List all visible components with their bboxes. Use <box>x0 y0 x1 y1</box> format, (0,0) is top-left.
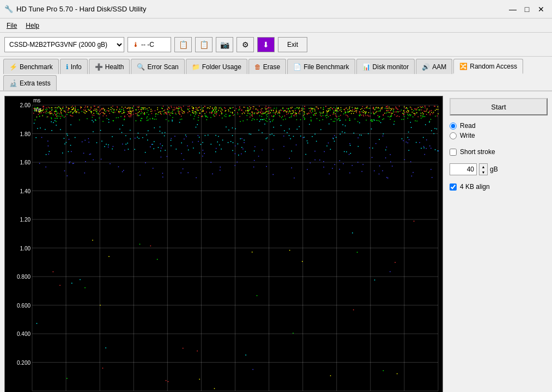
mode-radio-group: Read Write <box>450 120 548 142</box>
tabs-row-1: ⚡ Benchmark ℹ Info ➕ Health 🔍 Error Scan… <box>0 57 552 91</box>
tab-error-scan-label: Error Scan <box>147 63 178 71</box>
download-btn[interactable]: ⬇ <box>257 37 275 52</box>
tab-benchmark-label: Benchmark <box>20 63 53 71</box>
write-label: Write <box>460 132 475 139</box>
tab-info-label: Info <box>71 63 82 71</box>
tab-folder-usage-label: Folder Usage <box>202 63 241 71</box>
read-radio[interactable] <box>450 122 457 130</box>
tab-random-access[interactable]: 🔀 Random Access <box>453 59 523 74</box>
right-panel: Start Read Write Short stroke ▲ ▼ gB <box>450 96 548 392</box>
extra-tests-icon: 🔬 <box>9 79 17 87</box>
read-label: Read <box>460 122 476 130</box>
stroke-value-row: ▲ ▼ gB <box>450 162 548 176</box>
short-stroke-row: Short stroke <box>450 146 548 158</box>
title-bar-left: 🔧 HD Tune Pro 5.70 - Hard Disk/SSD Utili… <box>4 5 146 13</box>
short-stroke-label: Short stroke <box>460 148 495 156</box>
close-button[interactable]: ✕ <box>535 3 548 16</box>
app-icon: 🔧 <box>4 5 13 13</box>
tab-info[interactable]: ℹ Info <box>60 59 88 74</box>
tab-health-label: Health <box>105 63 124 71</box>
stroke-value-input[interactable] <box>450 163 477 175</box>
chart-container: ms <box>4 96 443 392</box>
thermometer-icon: 🌡 <box>132 41 139 48</box>
tab-error-scan[interactable]: 🔍 Error Scan <box>131 59 184 74</box>
screenshot-btn[interactable]: 📷 <box>216 37 233 52</box>
kb-align-checkbox[interactable] <box>450 183 457 191</box>
kb-align-row: 4 KB align <box>450 181 548 193</box>
tab-health[interactable]: ➕ Health <box>89 59 130 74</box>
random-access-icon: 🔀 <box>459 63 468 70</box>
main-content: ms 0 100 200 400 600 800 1000 1200 1400 … <box>0 91 552 392</box>
tab-erase-label: Erase <box>263 63 280 71</box>
tab-extra-tests-label: Extra tests <box>20 79 51 87</box>
copy-benchmark-btn[interactable]: 📋 <box>174 37 192 52</box>
tab-aam[interactable]: 🔊 AAM <box>416 59 452 74</box>
error-scan-icon: 🔍 <box>137 63 145 71</box>
stroke-up-btn[interactable]: ▲ <box>480 164 487 169</box>
tab-file-benchmark[interactable]: 📄 File Benchmark <box>287 59 355 74</box>
benchmark-icon: ⚡ <box>9 63 17 71</box>
tab-folder-usage[interactable]: 📁 Folder Usage <box>186 59 247 74</box>
chart-area: ms 0 100 200 400 600 800 1000 1200 1400 … <box>4 96 443 392</box>
menu-file[interactable]: File <box>2 21 21 30</box>
aam-icon: 🔊 <box>422 63 430 71</box>
app-title: HD Tune Pro 5.70 - Hard Disk/SSD Utility <box>16 5 146 13</box>
copy-info-btn[interactable]: 📋 <box>195 37 213 52</box>
temperature-display: 🌡 -- -C <box>128 37 171 52</box>
drive-select[interactable]: CSSD-M2B2TPG3VNF (2000 gB) <box>4 37 124 52</box>
kb-align-label: 4 KB align <box>460 183 490 191</box>
maximize-button[interactable]: □ <box>520 3 533 16</box>
stroke-unit: gB <box>490 166 498 173</box>
folder-icon: 📁 <box>192 63 200 71</box>
erase-icon: 🗑 <box>254 63 261 71</box>
tab-erase[interactable]: 🗑 Erase <box>248 59 286 74</box>
toolbar: CSSD-M2B2TPG3VNF (2000 gB) 🌡 -- -C 📋 📋 📷… <box>0 33 552 57</box>
settings-btn[interactable]: ⚙ <box>236 37 254 52</box>
write-radio-row: Write <box>450 132 548 139</box>
tab-disk-monitor[interactable]: 📊 Disk monitor <box>356 59 415 74</box>
stroke-spinners: ▲ ▼ <box>479 163 488 175</box>
file-benchmark-icon: 📄 <box>293 63 301 71</box>
chart-ms-label: ms <box>33 97 40 103</box>
title-bar: 🔧 HD Tune Pro 5.70 - Hard Disk/SSD Utili… <box>0 0 552 19</box>
tab-random-access-label: Random Access <box>470 63 517 70</box>
read-radio-row: Read <box>450 122 548 130</box>
tab-benchmark[interactable]: ⚡ Benchmark <box>3 59 59 74</box>
short-stroke-checkbox[interactable] <box>450 149 457 156</box>
tab-disk-monitor-label: Disk monitor <box>373 63 409 71</box>
tab-file-benchmark-label: File Benchmark <box>304 63 349 71</box>
info-icon: ℹ <box>66 63 69 71</box>
exit-button[interactable]: Exit <box>278 37 307 52</box>
tab-aam-label: AAM <box>432 63 446 71</box>
tab-extra-tests[interactable]: 🔬 Extra tests <box>3 75 57 90</box>
disk-monitor-icon: 📊 <box>362 63 371 71</box>
minimize-button[interactable]: — <box>506 3 519 16</box>
chart-canvas <box>5 96 442 392</box>
write-radio[interactable] <box>450 132 457 139</box>
health-icon: ➕ <box>95 63 103 71</box>
menu-bar: File Help <box>0 19 552 33</box>
title-bar-controls: — □ ✕ <box>506 3 548 16</box>
temperature-value: -- -C <box>141 41 154 48</box>
stroke-down-btn[interactable]: ▼ <box>480 169 487 175</box>
menu-help[interactable]: Help <box>21 21 44 30</box>
start-button[interactable]: Start <box>450 98 548 115</box>
